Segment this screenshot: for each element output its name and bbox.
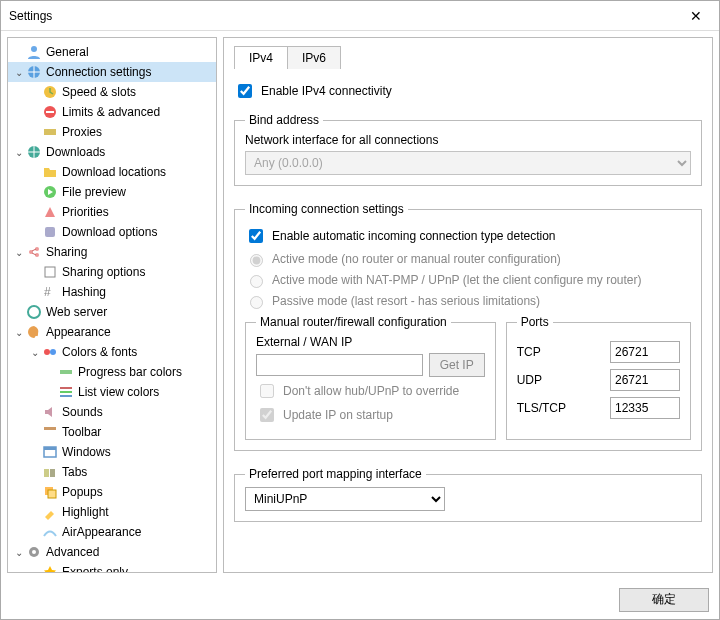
tree-item-label: Windows: [62, 445, 111, 459]
tree-item-label: Appearance: [46, 325, 111, 339]
svg-rect-8: [45, 227, 55, 237]
tree-item[interactable]: Web server: [8, 302, 216, 322]
tree-item[interactable]: Speed & slots: [8, 82, 216, 102]
get-ip-button[interactable]: Get IP: [429, 353, 485, 377]
update-startup-checkbox[interactable]: [260, 408, 274, 422]
tree-item-label: Proxies: [62, 125, 102, 139]
proxy-icon: [42, 124, 58, 140]
user-icon: [26, 44, 42, 60]
tree-item[interactable]: Windows: [8, 442, 216, 462]
tree-item[interactable]: List view colors: [8, 382, 216, 402]
tab-ipv6[interactable]: IPv6: [287, 46, 341, 69]
manual-router-legend: Manual router/firewall configuration: [256, 315, 451, 329]
update-startup-label: Update IP on startup: [283, 408, 393, 422]
tree-item[interactable]: ⌄Advanced: [8, 542, 216, 562]
ext-ip-input[interactable]: [256, 354, 423, 376]
tree-item[interactable]: Download options: [8, 222, 216, 242]
tree-item[interactable]: Proxies: [8, 122, 216, 142]
tree-item[interactable]: ⌄Connection settings: [8, 62, 216, 82]
tree-item[interactable]: Popups: [8, 482, 216, 502]
incoming-group: Incoming connection settings Enable auto…: [234, 202, 702, 451]
enable-ipv4-checkbox[interactable]: [238, 84, 252, 98]
tree-item[interactable]: ⌄Colors & fonts: [8, 342, 216, 362]
svg-rect-23: [44, 447, 56, 450]
tree-item[interactable]: ⌄Downloads: [8, 142, 216, 162]
ok-button[interactable]: 确定: [619, 588, 709, 612]
tree-item-label: Hashing: [62, 285, 106, 299]
tls-input[interactable]: [610, 397, 680, 419]
hash-icon: #: [42, 284, 58, 300]
tree-item-label: File preview: [62, 185, 126, 199]
svg-rect-25: [50, 469, 55, 477]
svg-point-16: [50, 349, 56, 355]
tree-item-label: Web server: [46, 305, 107, 319]
close-icon[interactable]: ✕: [681, 8, 711, 24]
tcp-input[interactable]: [610, 341, 680, 363]
tab-ipv4[interactable]: IPv4: [234, 46, 288, 69]
svg-rect-4: [46, 111, 54, 113]
tabs-icon: [42, 464, 58, 480]
tree-item-label: Download locations: [62, 165, 166, 179]
tree-item-label: Connection settings: [46, 65, 151, 79]
udp-input[interactable]: [610, 369, 680, 391]
tree-item-label: General: [46, 45, 89, 59]
tree-item[interactable]: General: [8, 42, 216, 62]
sopts-icon: [42, 264, 58, 280]
share-icon: [26, 244, 42, 260]
chevron-down-icon[interactable]: ⌄: [28, 347, 42, 358]
svg-rect-20: [60, 395, 72, 397]
tree-item[interactable]: File preview: [8, 182, 216, 202]
tree-item[interactable]: Progress bar colors: [8, 362, 216, 382]
tree-item[interactable]: Experts only: [8, 562, 216, 573]
radio-passive[interactable]: [250, 296, 263, 309]
auto-detect-checkbox[interactable]: [249, 229, 263, 243]
colors-icon: [42, 344, 58, 360]
no-override-label: Don't allow hub/UPnP to override: [283, 384, 459, 398]
tree-item[interactable]: Sharing options: [8, 262, 216, 282]
tree-item[interactable]: Download locations: [8, 162, 216, 182]
tree-item-label: Downloads: [46, 145, 105, 159]
tree-item-label: Experts only: [62, 565, 128, 573]
tree-item[interactable]: Sounds: [8, 402, 216, 422]
tree-item-label: Sounds: [62, 405, 103, 419]
prio-icon: [42, 204, 58, 220]
tree-item[interactable]: Tabs: [8, 462, 216, 482]
air-icon: [42, 524, 58, 540]
tree-item-label: Speed & slots: [62, 85, 136, 99]
chevron-down-icon[interactable]: ⌄: [12, 147, 26, 158]
chevron-down-icon[interactable]: ⌄: [12, 67, 26, 78]
bind-interface-select[interactable]: Any (0.0.0.0): [245, 151, 691, 175]
radio-nat[interactable]: [250, 275, 263, 288]
svg-rect-12: [45, 267, 55, 277]
bind-address-legend: Bind address: [245, 113, 323, 127]
tree-item[interactable]: Priorities: [8, 202, 216, 222]
clock-icon: [42, 84, 58, 100]
tree-item[interactable]: Toolbar: [8, 422, 216, 442]
tree-item[interactable]: Limits & advanced: [8, 102, 216, 122]
svg-point-0: [31, 46, 37, 52]
tree-item[interactable]: ⌄Sharing: [8, 242, 216, 262]
chevron-down-icon[interactable]: ⌄: [12, 327, 26, 338]
tree-item[interactable]: ⌄Appearance: [8, 322, 216, 342]
radio-active[interactable]: [250, 254, 263, 267]
no-override-checkbox[interactable]: [260, 384, 274, 398]
chevron-down-icon[interactable]: ⌄: [12, 547, 26, 558]
sound-icon: [42, 404, 58, 420]
svg-rect-27: [48, 490, 56, 498]
chevron-down-icon[interactable]: ⌄: [12, 247, 26, 258]
bind-interface-label: Network interface for all connections: [245, 133, 691, 147]
web-icon: [26, 304, 42, 320]
tree-item-label: Colors & fonts: [62, 345, 137, 359]
tree-item-label: AirAppearance: [62, 525, 141, 539]
tree-item[interactable]: AirAppearance: [8, 522, 216, 542]
pref-mapping-select[interactable]: MiniUPnP: [245, 487, 445, 511]
svg-point-15: [44, 349, 50, 355]
tree-item-label: Download options: [62, 225, 157, 239]
enable-ipv4-label: Enable IPv4 connectivity: [261, 84, 392, 98]
window-title: Settings: [9, 9, 681, 23]
tree-item-label: Popups: [62, 485, 103, 499]
tree-item[interactable]: Highlight: [8, 502, 216, 522]
tree-item[interactable]: #Hashing: [8, 282, 216, 302]
tree-item-label: Limits & advanced: [62, 105, 160, 119]
settings-tree[interactable]: General⌄Connection settingsSpeed & slots…: [7, 37, 217, 573]
